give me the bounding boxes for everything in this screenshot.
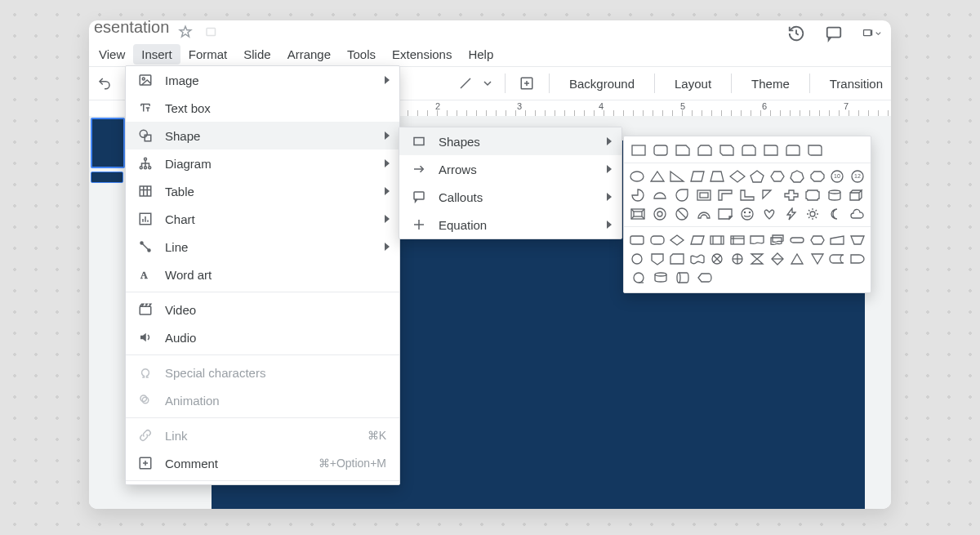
shape-arrows[interactable]: Arrows xyxy=(399,155,621,183)
shape-sun[interactable] xyxy=(804,205,822,222)
shape-half-frame[interactable] xyxy=(716,186,735,203)
undo-icon[interactable] xyxy=(94,73,114,94)
insert-animation[interactable]: Animation xyxy=(126,386,399,414)
comments-icon[interactable] xyxy=(824,24,844,43)
present-icon[interactable] xyxy=(862,24,881,43)
insert-shape[interactable]: Shape xyxy=(126,122,399,149)
insert-link[interactable]: Link ⌘K xyxy=(126,421,399,449)
shape-smiley[interactable] xyxy=(738,205,757,222)
flow-punched-tape[interactable] xyxy=(689,250,706,267)
insert-textbox[interactable]: Text box xyxy=(126,94,399,122)
shape-oval[interactable] xyxy=(629,167,646,185)
shape-no-symbol[interactable] xyxy=(672,205,691,222)
shape-cube[interactable] xyxy=(847,186,866,203)
insert-table[interactable]: Table xyxy=(126,177,399,205)
history-icon[interactable] xyxy=(786,24,806,43)
transition-button[interactable]: Transition xyxy=(822,72,891,96)
flow-connector[interactable] xyxy=(629,250,646,267)
menu-help[interactable]: Help xyxy=(460,44,501,65)
background-button[interactable]: Background xyxy=(561,72,643,96)
shape-frame[interactable] xyxy=(694,186,713,203)
flow-manual-input[interactable] xyxy=(829,231,846,248)
insert-comment[interactable]: Comment ⌘+Option+M xyxy=(126,449,399,477)
flow-alt-process[interactable] xyxy=(649,231,666,248)
insert-audio[interactable]: Audio xyxy=(126,323,399,351)
shape-callouts[interactable]: Callouts xyxy=(399,183,621,211)
flow-seq-access[interactable] xyxy=(629,269,648,286)
flow-process[interactable] xyxy=(629,231,646,248)
flow-merge[interactable] xyxy=(809,250,826,267)
theme-button[interactable]: Theme xyxy=(743,72,798,96)
insert-special-characters[interactable]: Special characters xyxy=(126,359,399,386)
flow-extract[interactable] xyxy=(789,250,806,267)
insert-wordart[interactable]: A Word art xyxy=(126,261,399,288)
shape-shapes[interactable]: Shapes xyxy=(399,127,621,155)
menu-tools[interactable]: Tools xyxy=(339,44,384,65)
move-icon[interactable] xyxy=(202,22,221,42)
shape-round-diag[interactable] xyxy=(805,141,824,158)
insert-image[interactable]: Image xyxy=(126,66,399,94)
line-dropdown-icon[interactable] xyxy=(482,73,493,94)
shape-trapezoid[interactable] xyxy=(709,167,726,185)
flow-manual-op[interactable] xyxy=(849,231,866,248)
menu-slide[interactable]: Slide xyxy=(235,44,278,65)
shape-dodecagon[interactable]: 12 xyxy=(849,167,866,185)
shape-snip-diag[interactable] xyxy=(717,141,736,158)
flow-terminator[interactable] xyxy=(789,231,806,248)
shape-rectangle[interactable] xyxy=(629,141,648,158)
shape-octagon[interactable] xyxy=(809,167,826,185)
shape-folded-corner[interactable] xyxy=(716,205,735,222)
shape-donut[interactable] xyxy=(651,205,670,222)
flow-multidoc[interactable] xyxy=(769,231,786,248)
insert-line[interactable]: Line xyxy=(126,233,399,261)
shape-can[interactable] xyxy=(826,186,844,203)
shape-heart[interactable] xyxy=(760,205,778,222)
shape-cross[interactable] xyxy=(782,186,800,203)
shape-right-triangle[interactable] xyxy=(669,167,686,185)
shape-round-same[interactable] xyxy=(783,141,802,158)
shape-hexagon[interactable] xyxy=(769,167,786,185)
flow-magnetic-disk[interactable] xyxy=(651,269,670,286)
flow-decision[interactable] xyxy=(669,231,686,248)
flow-summing[interactable] xyxy=(709,250,726,267)
flow-predefined[interactable] xyxy=(709,231,726,248)
shape-triangle[interactable] xyxy=(649,167,666,185)
line-tool-icon[interactable] xyxy=(455,73,475,94)
menu-extensions[interactable]: Extensions xyxy=(384,44,460,65)
flow-document[interactable] xyxy=(749,231,766,248)
shape-block-arc[interactable] xyxy=(694,205,713,222)
shape-chord[interactable] xyxy=(651,186,670,203)
shape-moon[interactable] xyxy=(826,205,844,222)
shape-teardrop[interactable] xyxy=(672,186,691,203)
layout-button[interactable]: Layout xyxy=(666,72,719,96)
shape-lightning[interactable] xyxy=(782,205,800,222)
shape-pie[interactable] xyxy=(629,186,648,203)
shape-cloud[interactable] xyxy=(847,205,866,222)
shape-pentagon[interactable] xyxy=(749,167,766,185)
shape-rounded-rect[interactable] xyxy=(651,141,670,158)
menu-format[interactable]: Format xyxy=(180,44,236,65)
shape-round-single[interactable] xyxy=(761,141,780,158)
thumbnail-2[interactable] xyxy=(91,172,123,183)
flow-offpage[interactable] xyxy=(649,250,666,267)
shape-heptagon[interactable] xyxy=(789,167,806,185)
insert-video[interactable]: Video xyxy=(126,296,399,323)
shape-snip-single[interactable] xyxy=(673,141,692,158)
shape-equation[interactable]: Equation xyxy=(399,211,621,239)
menu-view[interactable]: View xyxy=(91,44,133,65)
shape-snip-same[interactable] xyxy=(695,141,714,158)
flow-delay[interactable] xyxy=(849,250,866,267)
shape-parallelogram[interactable] xyxy=(689,167,706,185)
shape-decagon[interactable]: 10 xyxy=(829,167,846,185)
insert-chart[interactable]: Chart xyxy=(126,205,399,233)
thumbnail-1[interactable] xyxy=(91,118,125,168)
star-icon[interactable] xyxy=(176,22,195,42)
flow-preparation[interactable] xyxy=(809,231,826,248)
menu-insert[interactable]: Insert xyxy=(133,44,180,65)
add-comment-icon[interactable] xyxy=(517,73,537,94)
flow-direct-access[interactable] xyxy=(673,269,692,286)
insert-diagram[interactable]: Diagram xyxy=(126,149,399,177)
flow-display[interactable] xyxy=(695,269,714,286)
menu-arrange[interactable]: Arrange xyxy=(279,44,339,65)
flow-card[interactable] xyxy=(669,250,686,267)
